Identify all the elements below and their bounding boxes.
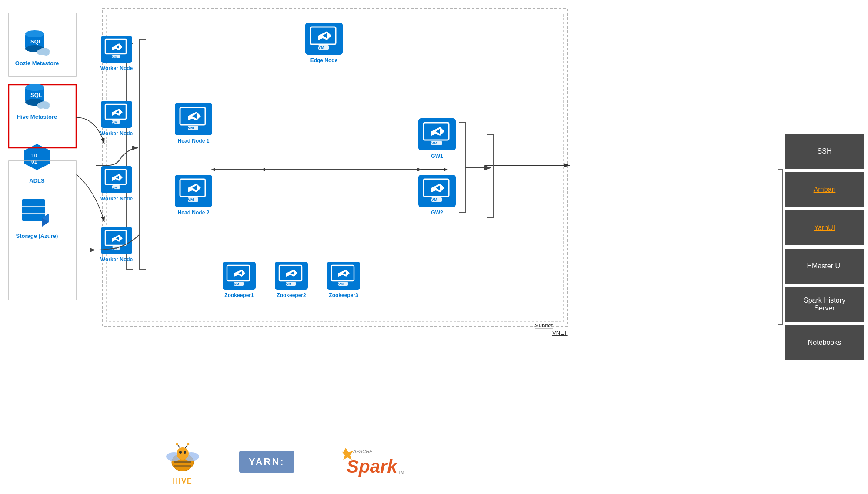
gw1: VM GW1: [417, 117, 457, 159]
hive-icon: SQL: [22, 80, 52, 110]
worker-node-4-label: Worker Node: [100, 257, 133, 263]
ssh-label: SSH: [818, 147, 832, 155]
storage-azure: Storage (Azure): [16, 197, 58, 239]
bottom-logos: HIVE YARN: APACHE Spark TM: [161, 438, 781, 485]
worker-node-3-label: Worker Node: [100, 196, 133, 202]
svg-point-125: [187, 443, 190, 445]
worker-node-1-label: Worker Node: [100, 65, 133, 71]
svg-text:VM: VM: [112, 55, 117, 59]
storage-icon: [20, 197, 53, 229]
svg-point-24: [43, 104, 50, 109]
worker-node-4: VM Worker Node: [100, 226, 133, 263]
svg-point-19: [25, 84, 44, 91]
yarn-box: YARN:: [239, 451, 294, 473]
svg-point-123: [176, 443, 178, 445]
adls: 10 01 ADLS: [22, 142, 52, 184]
svg-text:VM: VM: [286, 282, 291, 286]
hmaster-button[interactable]: HMaster UI: [785, 249, 864, 284]
zookeeper-2: VM Zookeeper2: [274, 261, 309, 298]
edge-node-label: Edge Node: [310, 57, 338, 63]
yarn-text: YARN:: [249, 456, 285, 467]
svg-text:VM: VM: [112, 186, 117, 190]
edge-node: VM Edge Node: [304, 22, 344, 63]
svg-text:TM: TM: [398, 470, 404, 475]
hive-logo: HIVE: [161, 438, 204, 485]
ssh-button[interactable]: SSH: [785, 134, 864, 169]
svg-text:VM: VM: [318, 45, 324, 50]
storage-label: Storage (Azure): [16, 233, 58, 239]
adls-label: ADLS: [29, 177, 44, 184]
head-node-2: VM Head Node 2: [174, 174, 213, 216]
svg-point-121: [184, 451, 186, 454]
main-container: VNET Subnet: [0, 0, 868, 494]
svg-marker-110: [417, 168, 422, 171]
yarn-logo: YARN:: [239, 451, 294, 473]
center-arrows: [74, 0, 781, 494]
ambari-label: Ambari: [814, 186, 836, 194]
worker-node-3: VM Worker Node: [100, 165, 133, 202]
svg-text:Spark: Spark: [347, 456, 398, 477]
spark-history-button[interactable]: Spark History Server: [785, 287, 864, 322]
svg-point-120: [179, 451, 182, 454]
worker-node-2-label: Worker Node: [100, 130, 133, 137]
hive-metastore: SQL Hive Metastore: [17, 80, 57, 120]
svg-text:VM: VM: [431, 197, 437, 202]
gw2-label: GW2: [431, 210, 443, 216]
hmaster-label: HMaster UI: [807, 262, 842, 270]
svg-text:VM: VM: [188, 126, 194, 130]
left-panel: SQL Oozie Metastore SQL: [0, 0, 74, 494]
svg-point-12: [25, 30, 44, 37]
svg-rect-115: [174, 461, 191, 463]
svg-line-124: [185, 444, 188, 448]
svg-point-119: [177, 447, 189, 460]
svg-text:VM: VM: [234, 282, 239, 286]
hive-label: Hive Metastore: [17, 113, 57, 120]
head-node-1-label: Head Node 1: [178, 138, 210, 144]
yarn-ui-label: YarnUI: [814, 224, 835, 232]
svg-text:VM: VM: [112, 120, 117, 124]
right-panel: SSH Ambari YarnUI HMaster UI Spark Histo…: [781, 0, 868, 494]
oozie-icon: SQL: [22, 26, 52, 57]
ambari-button[interactable]: Ambari: [785, 172, 864, 207]
svg-text:APACHE: APACHE: [353, 449, 373, 454]
right-bracket: [778, 169, 783, 325]
svg-point-17: [43, 50, 50, 56]
svg-text:VM: VM: [338, 282, 344, 286]
hive-text: HIVE: [173, 477, 192, 485]
svg-text:VM: VM: [431, 141, 437, 145]
gw2: VM GW2: [417, 174, 457, 216]
head-node-1: VM Head Node 1: [174, 102, 213, 144]
worker-node-1: VM Worker Node: [100, 35, 133, 71]
gw1-label: GW1: [431, 153, 443, 159]
center-diagram: VM Worker Node VM Worker Node: [74, 0, 781, 494]
svg-text:01: 01: [31, 159, 37, 165]
oozie-label: Oozie Metastore: [15, 60, 59, 67]
zk1-label: Zookeeper1: [224, 292, 254, 298]
oozie-metastore: SQL Oozie Metastore: [15, 26, 59, 67]
worker-node-2: VM Worker Node: [100, 100, 133, 137]
svg-text:SQL: SQL: [30, 92, 42, 98]
spark-history-label: Spark History Server: [804, 297, 845, 312]
svg-text:VM: VM: [188, 197, 194, 202]
adls-icon: 10 01: [22, 142, 52, 174]
svg-text:10: 10: [31, 153, 37, 159]
yarn-ui-button[interactable]: YarnUI: [785, 210, 864, 245]
svg-text:VM: VM: [112, 247, 117, 250]
zk2-label: Zookeeper2: [277, 292, 306, 298]
head-node-2-label: Head Node 2: [178, 210, 210, 216]
svg-rect-28: [22, 199, 45, 221]
svg-line-122: [177, 444, 180, 448]
zookeeper-1: VM Zookeeper1: [222, 261, 257, 298]
zookeeper-3: VM Zookeeper3: [326, 261, 361, 298]
svg-rect-116: [174, 465, 191, 467]
notebooks-label: Notebooks: [808, 339, 841, 347]
svg-text:SQL: SQL: [30, 38, 42, 45]
notebooks-button[interactable]: Notebooks: [785, 325, 864, 360]
spark-logo: APACHE Spark TM: [329, 444, 407, 479]
zk3-label: Zookeeper3: [329, 292, 358, 298]
svg-marker-111: [211, 168, 215, 171]
